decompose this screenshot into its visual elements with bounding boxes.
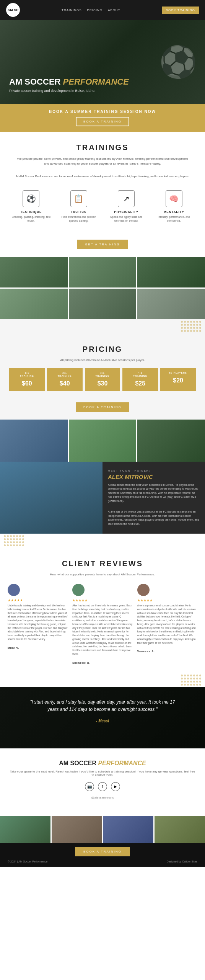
footer-photo-3	[103, 816, 154, 843]
pricing-price-2: $40	[49, 380, 81, 387]
training-card-tactics: 📋 Tactics Field awareness and position s…	[57, 186, 101, 227]
trainer-meet-label: Meet Your Trainer:	[108, 469, 200, 472]
dots-block-2	[4, 535, 24, 546]
trainer-bio2: At the age of 34, Aleksa was a standout …	[108, 510, 200, 526]
mentality-desc: Intensity, performance, and confidence.	[154, 215, 195, 223]
pricing-price-1: $60	[11, 380, 43, 387]
trainer-section: Meet Your Trainer: Alex Mitrovic Aleksa …	[0, 462, 205, 534]
trainer-bio1: Aleksa comes from the best youth academi…	[108, 483, 200, 503]
footer-tagline: Take your game to the next level. Reach …	[9, 770, 196, 777]
tactics-title: Tactics	[59, 210, 99, 214]
trainings-title: Trainings	[9, 143, 196, 152]
nav-logo: AM SP	[6, 3, 20, 17]
tactics-desc: Field awareness and position specific tr…	[59, 215, 99, 223]
footer-photo-2	[52, 816, 102, 843]
bottom-book-button[interactable]: Book a Training	[75, 847, 130, 856]
reviews-title: Client Reviews	[8, 559, 197, 568]
reviews-grid: ★★★★★ Unbelievable training and developm…	[8, 584, 197, 665]
training-card-technique: ⚽ Technique Shooting, passing, dribbling…	[9, 186, 53, 227]
nav-link-about[interactable]: About	[108, 8, 120, 12]
book-banner-button[interactable]: Book a Training	[76, 117, 129, 126]
youtube-icon[interactable]: ▶	[111, 782, 120, 791]
technique-icon: ⚽	[23, 190, 39, 207]
pricing-label-4: 4:1Training	[124, 372, 156, 378]
hero-content: AM Soccer Performance Private soccer tra…	[9, 77, 196, 93]
pricing-label-2: 2:1Training	[49, 372, 81, 378]
credit-text: Designed by Caliber Sites	[166, 860, 197, 863]
dots-decoration-1	[0, 319, 205, 333]
pricing-section: Pricing All pricing includes 60-minute A…	[0, 333, 205, 420]
social-icons: 📷 f ▶	[9, 782, 196, 791]
hero-title: AM Soccer Performance	[9, 77, 196, 87]
pricing-label-5: 5+ Players	[162, 372, 194, 375]
technique-desc: Shooting, passing, dribbling, first touc…	[11, 215, 52, 223]
photo-row-2	[0, 420, 205, 462]
pricing-title: Pricing	[9, 345, 196, 354]
copyright-text: © 2024 | AM Soccer Performance	[8, 860, 47, 863]
trainings-desc2: At AM Soccer Performance, we focus on 4 …	[15, 174, 190, 179]
tactics-icon: 📋	[70, 190, 87, 207]
photo-6	[137, 289, 205, 319]
footer-photos	[0, 816, 205, 843]
pricing-price-4: $25	[124, 380, 156, 387]
pricing-card-5: 5+ Players $20	[160, 368, 196, 391]
pricing-grid: 1:1Training $60 2:1Training $40 3:1Train…	[9, 368, 196, 391]
physicality-title: Physicality	[106, 210, 147, 214]
book-banner-heading: Book a Summer Training Session Now	[4, 109, 201, 114]
pricing-price-3: $30	[86, 380, 119, 387]
facebook-icon[interactable]: f	[98, 782, 107, 791]
hero-section: ⚽ AM Soccer Performance Private soccer t…	[0, 20, 205, 104]
photo-2	[69, 257, 137, 287]
photo-r2-3	[137, 420, 205, 462]
physicality-icon: ↗	[118, 190, 135, 207]
technique-title: Technique	[11, 210, 52, 214]
footer-photo-1	[0, 816, 50, 843]
review-text-1: Unbelievable training and development! W…	[8, 604, 68, 641]
reviews-section: Client Reviews Hear what our supportive …	[0, 548, 205, 673]
mentality-title: Mentality	[154, 210, 195, 214]
footer-legal: © 2024 | AM Soccer Performance Designed …	[8, 860, 197, 863]
photo-r2-1	[0, 420, 68, 462]
trainings-section: Trainings We provide private, semi-priva…	[0, 132, 205, 257]
photo-4	[0, 289, 68, 319]
pricing-card-1: 1:1Training $60	[9, 368, 45, 391]
nav-link-trainings[interactable]: Trainings	[62, 8, 82, 12]
social-handle[interactable]: @aleksamitrovic	[9, 796, 196, 799]
review-author-2: Michelle B.	[72, 662, 91, 664]
review-text-3: Alex is a phenomenal soccer coach/traine…	[137, 604, 197, 645]
quote-text: "I start early, and I stay late, day aft…	[26, 699, 179, 713]
review-text-2: Alex has trained our three kids for seve…	[72, 604, 132, 656]
photo-r2-2	[69, 420, 137, 462]
pricing-label-3: 3:1Training	[86, 372, 119, 378]
footer-cta: AM Soccer Performance Take your game to …	[0, 748, 205, 816]
trainer-info: Meet Your Trainer: Alex Mitrovic Aleksa …	[102, 462, 205, 534]
instagram-icon[interactable]: 📷	[85, 782, 94, 791]
footer-photo-4	[155, 816, 205, 843]
trainings-cta-button[interactable]: Get a Training	[77, 240, 127, 249]
reviews-subtitle: Hear what our supportive parents have to…	[8, 573, 197, 576]
review-author-1: Mike V.	[8, 647, 19, 649]
photo-3	[137, 257, 205, 287]
review-card-1: ★★★★★ Unbelievable training and developm…	[8, 584, 68, 665]
dots-decoration-2	[0, 534, 205, 548]
review-card-2: ★★★★★ Alex has trained our three kids fo…	[72, 584, 132, 665]
review-author-3: Vanessa A.	[137, 650, 155, 653]
photo-grid-1	[0, 257, 205, 319]
quote-author: - Messi	[96, 719, 109, 723]
hero-decoration: ⚽	[159, 44, 197, 80]
nav-link-pricing[interactable]: Pricing	[87, 8, 102, 12]
mentality-icon: 🧠	[166, 190, 182, 207]
pricing-label-1: 1:1Training	[11, 372, 43, 378]
dots-decoration-3	[0, 673, 205, 687]
pricing-subtitle: All pricing includes 60-minute All-Inclu…	[9, 358, 196, 362]
review-avatar-3	[137, 584, 150, 596]
physicality-desc: Speed and agility skills and wellness on…	[106, 215, 147, 223]
review-avatar-1	[8, 584, 20, 596]
pricing-card-3: 3:1Training $30	[85, 368, 120, 391]
training-card-physicality: ↗ Physicality Speed and agility skills a…	[104, 186, 148, 227]
nav-book-button[interactable]: Book Training	[162, 7, 199, 14]
review-stars-1: ★★★★★	[8, 598, 68, 602]
trainings-desc1: We provide private, semi-private, and sm…	[15, 157, 190, 167]
review-stars-2: ★★★★★	[72, 598, 132, 602]
pricing-cta-button[interactable]: Book a Training	[76, 402, 129, 412]
